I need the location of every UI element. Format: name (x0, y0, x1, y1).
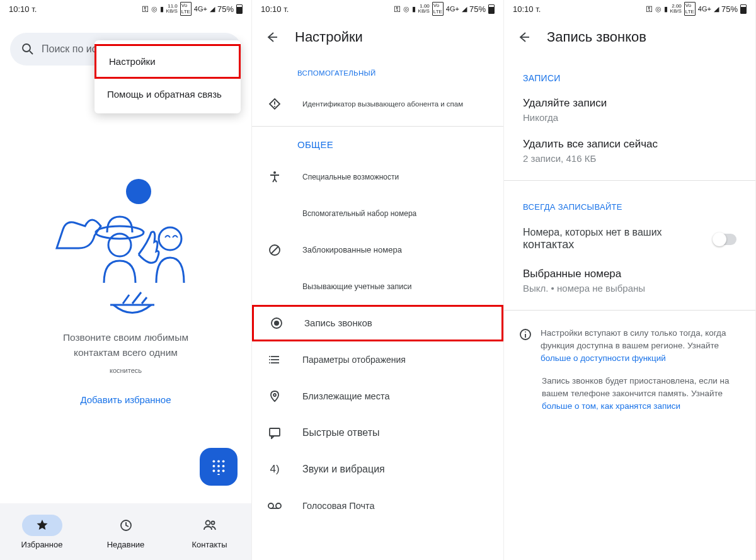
empty-illustration (44, 173, 208, 317)
svg-point-12 (222, 465, 225, 467)
hotspot-icon: ◎ (151, 5, 158, 13)
battery-text: 75% (217, 4, 234, 14)
setting-voicemail[interactable]: Голосовая Почта (252, 488, 503, 524)
setting-accessibility[interactable]: Специальные возможности (252, 159, 503, 195)
status-bar: 10:10 т. ⚿ ◎ ▮ 2.00KB/S VoLTE 4G+◢ 75% (504, 0, 755, 18)
setting-selected-numbers[interactable]: Выбранные номера Выкл. • номера не выбра… (504, 260, 755, 301)
add-favorite-link[interactable]: Добавить избранное (0, 394, 251, 405)
status-time: 10:10 т. (9, 4, 37, 14)
svg-point-38 (276, 503, 281, 508)
section-general: ОБЩЕЕ (252, 130, 503, 159)
status-bar: 10:10 т. ⚿ ◎ ▮ 11.0KB/S VoLTE 4G+ ◢ 75% (0, 0, 251, 18)
svg-point-9 (222, 460, 225, 462)
svg-point-3 (96, 226, 144, 239)
nav-favorites[interactable]: Избранное (0, 503, 84, 560)
key-icon: ⚿ (394, 5, 401, 13)
setting-calling-accounts[interactable]: Вызывающие учетные записи (252, 268, 503, 305)
setting-nearby-places[interactable]: Близлежащие места (252, 378, 503, 414)
svg-point-2 (126, 179, 151, 204)
clock-icon (120, 519, 132, 532)
svg-point-35 (273, 394, 276, 396)
svg-line-1 (30, 51, 33, 54)
svg-point-11 (217, 465, 220, 467)
app-bar: Настройки (252, 18, 503, 60)
dialpad-icon (210, 459, 227, 475)
status-indicators: ⚿ ◎ ▮ 11.0KB/S VoLTE 4G+ ◢ 75% (142, 2, 243, 16)
setting-quick-responses[interactable]: Быстрые ответы (252, 414, 503, 451)
back-icon[interactable] (265, 30, 278, 44)
section-always-record: ВСЕГДА ЗАПИСЫВАЙТЕ (504, 190, 755, 218)
status-time: 10:10 т. (513, 4, 541, 14)
setting-delete-all[interactable]: Удалить все записи сейчас 2 записи, 416 … (504, 130, 755, 171)
bottom-nav: Избранное Недавние Контакты (0, 503, 251, 560)
svg-point-19 (211, 521, 214, 524)
screen-settings: 10:10 т. ⚿ ◎ ▮ 1.00KB/S VoLTE 4G+◢ 75% Н… (252, 0, 504, 560)
svg-point-24 (273, 171, 276, 174)
record-icon (270, 317, 283, 329)
info-availability: Настройки вступают в силу только тогда, … (504, 319, 755, 370)
accessibility-icon (268, 171, 281, 183)
menu-item-help[interactable]: Помощь и обратная связь (94, 79, 241, 110)
toggle-unknown-numbers[interactable] (714, 234, 736, 245)
signal-icon: 4G+ (194, 5, 207, 13)
chat-icon (268, 426, 281, 439)
svg-point-8 (217, 460, 220, 462)
page-title: Запись звонков (547, 29, 646, 45)
setting-display-options[interactable]: Параметры отображения (252, 341, 503, 378)
svg-point-0 (23, 44, 30, 52)
list-icon (268, 353, 281, 366)
setting-delete-recordings[interactable]: Удаляйте записи Никогда (504, 89, 755, 130)
info-storage: Запись звонков будет приостановлена, есл… (504, 370, 755, 418)
nav-recents[interactable]: Недавние (84, 503, 168, 560)
info-icon (519, 328, 532, 341)
vibrate-icon: ▮ (664, 5, 668, 13)
overflow-menu: Настройки Помощь и обратная связь (94, 40, 241, 113)
svg-point-16 (217, 474, 220, 475)
setting-blocked-numbers[interactable]: Заблокированные номера (252, 232, 503, 268)
net-speed: 11.0KB/S (166, 4, 178, 14)
svg-line-26 (271, 246, 278, 254)
setting-assisted-dialing[interactable]: Вспомогательный набор номера (252, 195, 503, 232)
voicemail-icon (268, 501, 282, 510)
setting-unknown-numbers[interactable]: Номера, которых нет в ваших контактах (504, 218, 755, 260)
key-icon: ⚿ (142, 5, 149, 13)
svg-point-7 (212, 460, 215, 462)
status-time: 10:10 т. (261, 4, 289, 14)
svg-point-42 (525, 331, 526, 333)
contacts-icon (203, 519, 217, 532)
vibrate-icon: ▮ (412, 5, 416, 13)
svg-point-37 (268, 503, 273, 508)
screen-call-recording: 10:10 т. ⚿ ◎ ▮ 2.00KB/S VoLTE 4G+◢ 75% З… (504, 0, 756, 560)
battery-icon (236, 4, 243, 14)
app-bar: Запись звонков (504, 18, 755, 60)
section-auxiliary: ВСПОМОГАТЕЛЬНЫЙ (252, 60, 503, 86)
star-icon (36, 519, 49, 532)
setting-caller-id[interactable]: Идентификатор вызывающего абонента и спа… (252, 86, 503, 122)
promo-text: Позвоните своим любимым контактам всего … (0, 330, 251, 378)
menu-item-settings[interactable]: Настройки (94, 44, 241, 79)
link-availability[interactable]: больше о доступности функций (541, 353, 666, 363)
svg-point-28 (274, 321, 279, 326)
svg-point-5 (159, 227, 181, 250)
back-icon[interactable] (517, 30, 530, 44)
dialpad-fab[interactable] (200, 448, 238, 486)
hotspot-icon: ◎ (655, 5, 662, 13)
setting-call-recording[interactable]: Запись звонков (252, 305, 503, 341)
setting-sounds[interactable]: 4) Звуки и вибрация (252, 451, 503, 488)
sounds-icon: 4) (270, 463, 279, 476)
svg-point-18 (205, 520, 210, 525)
alert-icon (268, 98, 281, 110)
svg-rect-36 (270, 428, 280, 436)
section-recordings: ЗАПИСИ (504, 60, 755, 89)
hotspot-icon: ◎ (403, 5, 410, 13)
battery-icon (488, 4, 495, 14)
svg-point-13 (212, 470, 215, 472)
link-storage[interactable]: больше о том, как хранятся записи (542, 401, 680, 411)
svg-point-34 (269, 362, 270, 363)
nav-contacts[interactable]: Контакты (168, 503, 251, 560)
status-bar: 10:10 т. ⚿ ◎ ▮ 1.00KB/S VoLTE 4G+◢ 75% (252, 0, 503, 18)
location-icon (268, 390, 281, 403)
page-title: Настройки (295, 29, 363, 45)
svg-point-14 (217, 470, 220, 472)
vibrate-icon: ▮ (160, 5, 164, 13)
